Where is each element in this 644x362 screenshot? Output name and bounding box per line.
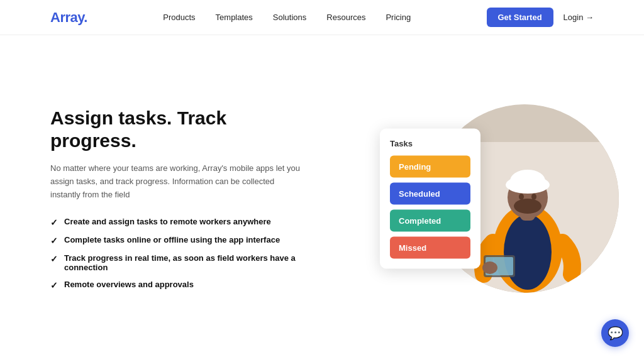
feature-label-3: Track progress in real time, as soon as … xyxy=(64,253,302,272)
hero-right: Tasks Pending Scheduled Completed Missed xyxy=(430,104,619,293)
get-started-button[interactable]: Get Started xyxy=(487,8,553,27)
tasks-card: Tasks Pending Scheduled Completed Missed xyxy=(380,129,480,269)
nav-solutions[interactable]: Solutions xyxy=(273,13,306,22)
nav-pricing[interactable]: Pricing xyxy=(386,13,411,22)
feature-item-2: ✓ Complete tasks online or offline using… xyxy=(50,235,302,246)
svg-point-13 xyxy=(482,261,497,274)
task-badge-completed[interactable]: Completed xyxy=(390,210,470,232)
svg-point-3 xyxy=(504,214,552,290)
nav-templates[interactable]: Templates xyxy=(216,13,253,22)
nav-products[interactable]: Products xyxy=(163,13,195,22)
svg-point-8 xyxy=(514,199,541,214)
check-icon-2: ✓ xyxy=(50,236,58,246)
feature-item-1: ✓ Create and assign tasks to remote work… xyxy=(50,217,302,228)
task-badge-scheduled[interactable]: Scheduled xyxy=(390,183,470,205)
chat-icon: 💬 xyxy=(608,326,623,341)
svg-point-7 xyxy=(510,170,545,192)
tasks-card-title: Tasks xyxy=(390,139,470,148)
main-content: Assign tasks. Track progress. No matter … xyxy=(0,35,644,362)
task-badge-missed[interactable]: Missed xyxy=(390,237,470,259)
login-button[interactable]: Login → xyxy=(564,13,594,22)
task-badge-pending[interactable]: Pending xyxy=(390,156,470,178)
hero-headline: Assign tasks. Track progress. xyxy=(50,107,302,152)
nav-links: Products Templates Solutions Resources P… xyxy=(163,13,411,22)
feature-item-3: ✓ Track progress in real time, as soon a… xyxy=(50,253,302,272)
nav-actions: Get Started Login → xyxy=(487,8,594,27)
nav-resources[interactable]: Resources xyxy=(326,13,365,22)
hero-left: Assign tasks. Track progress. No matter … xyxy=(50,107,302,290)
logo: Array. xyxy=(50,9,87,26)
feature-label-2: Complete tasks online or offline using t… xyxy=(64,235,280,244)
feature-label-1: Create and assign tasks to remote worker… xyxy=(64,217,271,226)
check-icon-1: ✓ xyxy=(50,217,58,228)
features-list: ✓ Create and assign tasks to remote work… xyxy=(50,217,302,290)
navbar: Array. Products Templates Solutions Reso… xyxy=(0,0,644,35)
chat-bubble-button[interactable]: 💬 xyxy=(601,319,629,347)
check-icon-4: ✓ xyxy=(50,280,58,290)
feature-item-4: ✓ Remote overviews and approvals xyxy=(50,280,302,290)
check-icon-3: ✓ xyxy=(50,254,58,264)
hero-subtext: No matter where your teams are working, … xyxy=(50,162,302,201)
feature-label-4: Remote overviews and approvals xyxy=(64,280,194,289)
svg-point-9 xyxy=(519,194,524,200)
svg-point-10 xyxy=(531,194,536,200)
